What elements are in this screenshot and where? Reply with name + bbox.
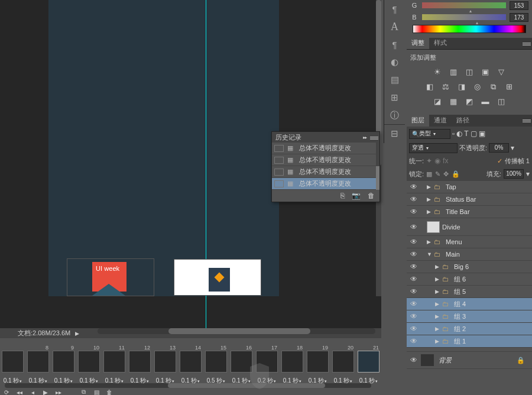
- blend-mode-dropdown[interactable]: 穿透: [409, 143, 458, 153]
- frame-8[interactable]: 8: [26, 346, 50, 375]
- photofilter-icon[interactable]: ◎: [472, 82, 483, 92]
- frame-18[interactable]: 18: [280, 346, 304, 375]
- hue-strip[interactable]: [413, 25, 526, 33]
- expand-toggle[interactable]: ▶: [435, 301, 442, 307]
- expand-toggle[interactable]: ▶: [427, 239, 434, 245]
- frame-19[interactable]: 19: [306, 346, 330, 375]
- artboard-card-2[interactable]: [174, 259, 261, 296]
- layer-tap[interactable]: 👁▶🗀Tap: [407, 181, 532, 193]
- frame-9[interactable]: 9: [51, 346, 76, 375]
- loop-button[interactable]: ⟳: [2, 388, 11, 395]
- expand-toggle[interactable]: ▶: [435, 276, 442, 282]
- expand-toggle[interactable]: ▶: [427, 196, 434, 202]
- fill-input[interactable]: 100%: [504, 169, 524, 179]
- unify-position-icon[interactable]: ✦: [426, 157, 432, 165]
- play-button[interactable]: ▶: [41, 388, 50, 395]
- hue-icon[interactable]: ◧: [424, 82, 435, 92]
- layer-statusbar[interactable]: 👁▶🗀Status Bar: [407, 193, 532, 206]
- frame-10[interactable]: 10: [77, 346, 101, 375]
- visibility-toggle[interactable]: 👁: [409, 195, 419, 203]
- history-panel[interactable]: 历史记录 ▸▸ ▦总体不透明度更改 ▦总体不透明度更改 ▦总体不透明度更改 ▦总…: [271, 131, 380, 202]
- invert-icon[interactable]: ◪: [432, 96, 443, 106]
- adjust-menu-button[interactable]: [523, 41, 531, 47]
- visibility-toggle[interactable]: 👁: [409, 325, 419, 333]
- layer-g6[interactable]: 👁▶🗀组 6: [407, 273, 532, 286]
- g-value[interactable]: 153: [510, 1, 528, 10]
- bw-icon[interactable]: ◨: [456, 82, 467, 92]
- status-play-icon[interactable]: ▶: [75, 331, 79, 336]
- visibility-toggle[interactable]: 👁: [409, 208, 419, 216]
- b-slider[interactable]: ▴: [422, 14, 506, 20]
- lock-position-icon[interactable]: ✥: [443, 170, 449, 178]
- frame-14[interactable]: 14: [179, 346, 203, 375]
- expand-toggle[interactable]: ▶: [435, 289, 442, 294]
- exposure-icon[interactable]: ▣: [480, 67, 491, 77]
- create-document-button[interactable]: ⎘: [340, 192, 345, 200]
- g-slider[interactable]: ▴: [422, 2, 506, 8]
- snapshot-button[interactable]: 📷: [352, 192, 361, 200]
- artboard-card-1[interactable]: UI week: [67, 258, 154, 296]
- delete-history-button[interactable]: 🗑: [368, 192, 375, 200]
- history-item[interactable]: ▦总体不透明度更改: [272, 154, 379, 166]
- layer-g1[interactable]: 👁▶🗀组 1: [407, 335, 532, 348]
- unify-visibility-icon[interactable]: ◉: [434, 157, 440, 165]
- timeline-scroll-thumb[interactable]: [168, 383, 325, 388]
- vibrance-icon[interactable]: ▽: [496, 67, 507, 77]
- history-item[interactable]: ▦总体不透明度更改: [272, 166, 379, 178]
- layer-big6[interactable]: 👁▶🗀Big 6: [407, 261, 532, 273]
- gradientmap-icon[interactable]: ▬: [480, 96, 491, 106]
- frame-0[interactable]: [1, 346, 25, 375]
- visibility-toggle[interactable]: 👁: [409, 223, 419, 231]
- expand-toggle[interactable]: ▶: [427, 209, 434, 215]
- lock-all-icon[interactable]: 🔒: [452, 170, 460, 178]
- filter-type-dropdown[interactable]: 🔍 类型: [409, 129, 450, 139]
- layer-g5[interactable]: 👁▶🗀组 5: [407, 286, 532, 298]
- visibility-toggle[interactable]: 👁: [409, 275, 419, 283]
- canvas-document[interactable]: [48, 0, 279, 296]
- tab-channels[interactable]: 通道: [429, 114, 452, 127]
- visibility-toggle[interactable]: 👁: [409, 250, 419, 258]
- frame-11[interactable]: 11: [102, 346, 126, 375]
- layers-menu-button[interactable]: [523, 118, 531, 124]
- visibility-toggle[interactable]: 👁: [409, 238, 419, 246]
- lock-pixels-icon[interactable]: ✎: [435, 170, 440, 178]
- balance-icon[interactable]: ⚖: [440, 82, 451, 92]
- visibility-toggle[interactable]: 👁: [409, 356, 419, 364]
- frame-12[interactable]: 12: [128, 346, 152, 375]
- layer-main[interactable]: 👁▼🗀Main: [407, 248, 532, 261]
- history-item[interactable]: ▦总体不透明度更改: [272, 143, 379, 154]
- prev-frame-button[interactable]: ◂: [28, 388, 37, 395]
- history-checkbox[interactable]: [274, 169, 284, 176]
- filter-type-icon[interactable]: T: [464, 129, 468, 138]
- expand-toggle[interactable]: ▼: [427, 251, 434, 257]
- posterize-icon[interactable]: ▦: [448, 96, 459, 106]
- delete-frame-button[interactable]: 🗑: [105, 388, 113, 395]
- expand-toggle[interactable]: ▶: [435, 326, 442, 332]
- tween-button[interactable]: ⧉: [79, 388, 87, 395]
- frame-15[interactable]: 15: [204, 346, 228, 375]
- history-checkbox[interactable]: [274, 157, 284, 164]
- tab-adjustments[interactable]: 调整: [407, 37, 429, 49]
- visibility-toggle[interactable]: 👁: [409, 312, 419, 320]
- frame-20[interactable]: 20: [331, 346, 355, 375]
- history-header[interactable]: 历史记录 ▸▸: [272, 132, 379, 143]
- layer-g3[interactable]: 👁▶🗀组 3: [407, 310, 532, 323]
- unify-style-icon[interactable]: fx: [443, 157, 448, 165]
- curves-icon[interactable]: ◫: [464, 67, 475, 77]
- frame-21[interactable]: 21: [356, 346, 381, 375]
- paragraph-icon[interactable]: ¶: [384, 0, 405, 18]
- lock-icon[interactable]: 🔒: [517, 357, 525, 364]
- history-checkbox[interactable]: [274, 145, 284, 152]
- lock-transparency-icon[interactable]: ▩: [426, 170, 432, 178]
- layer-menu[interactable]: 👁▶🗀Menu: [407, 236, 532, 248]
- properties-icon[interactable]: ⊟: [384, 124, 405, 142]
- history-collapse-button[interactable]: ▸▸: [363, 135, 366, 140]
- expand-toggle[interactable]: ▶: [435, 264, 442, 270]
- paragraph-panel-icon[interactable]: ¶: [384, 35, 405, 53]
- tab-paths[interactable]: 路径: [452, 114, 474, 127]
- visibility-toggle[interactable]: 👁: [409, 263, 419, 271]
- tab-layers[interactable]: 图层: [407, 114, 429, 127]
- first-frame-button[interactable]: ◂◂: [15, 388, 24, 395]
- history-checkbox[interactable]: [274, 180, 284, 187]
- info-icon[interactable]: ⓘ: [384, 106, 405, 124]
